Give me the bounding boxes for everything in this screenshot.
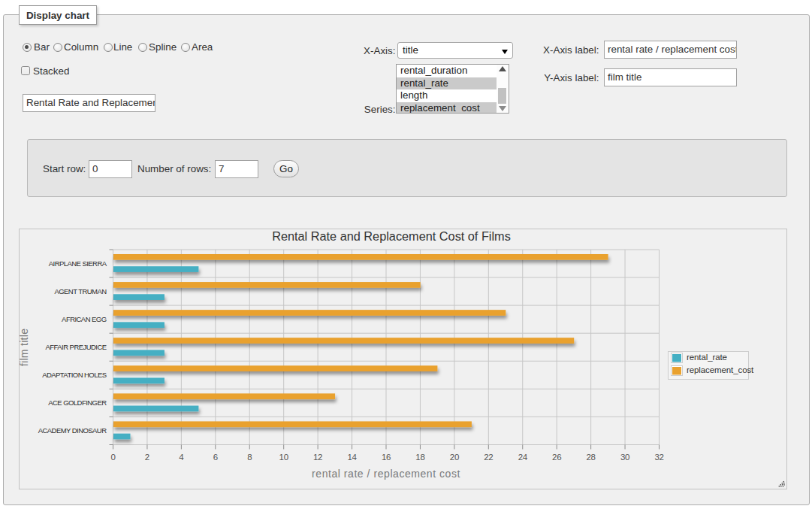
svg-text:8: 8 (247, 453, 252, 462)
svg-text:AIRPLANE SIERRA: AIRPLANE SIERRA (49, 259, 107, 268)
svg-text:24: 24 (518, 453, 528, 462)
svg-text:22: 22 (484, 453, 493, 462)
svg-text:Rental Rate and Replacement Co: Rental Rate and Replacement Cost of Film… (272, 229, 511, 243)
svg-text:film title: film title (20, 329, 30, 366)
svg-text:ACE GOLDFINGER: ACE GOLDFINGER (48, 398, 107, 407)
svg-text:18: 18 (415, 453, 424, 462)
svg-text:AFRICAN EGG: AFRICAN EGG (62, 315, 107, 323)
svg-text:32: 32 (654, 453, 663, 462)
svg-text:26: 26 (552, 453, 561, 462)
svg-text:4: 4 (179, 453, 184, 462)
svg-text:20: 20 (450, 453, 459, 462)
svg-text:rental_rate: rental_rate (687, 353, 727, 362)
svg-text:14: 14 (347, 453, 357, 462)
svg-text:12: 12 (313, 453, 322, 462)
svg-text:ACADEMY DINOSAUR: ACADEMY DINOSAUR (38, 426, 107, 435)
svg-text:10: 10 (279, 453, 288, 462)
svg-text:28: 28 (586, 453, 595, 462)
svg-text:16: 16 (382, 453, 391, 462)
svg-text:6: 6 (213, 453, 218, 462)
svg-text:ADAPTATION HOLES: ADAPTATION HOLES (42, 371, 107, 379)
svg-text:AFFAIR PREJUDICE: AFFAIR PREJUDICE (46, 343, 107, 351)
svg-text:2: 2 (145, 453, 149, 462)
svg-text:rental rate / replacement cost: rental rate / replacement cost (312, 468, 460, 480)
svg-text:replacement_cost: replacement_cost (687, 365, 754, 374)
svg-text:30: 30 (620, 453, 629, 462)
svg-text:0: 0 (110, 453, 115, 462)
svg-text:AGENT TRUMAN: AGENT TRUMAN (54, 287, 107, 295)
